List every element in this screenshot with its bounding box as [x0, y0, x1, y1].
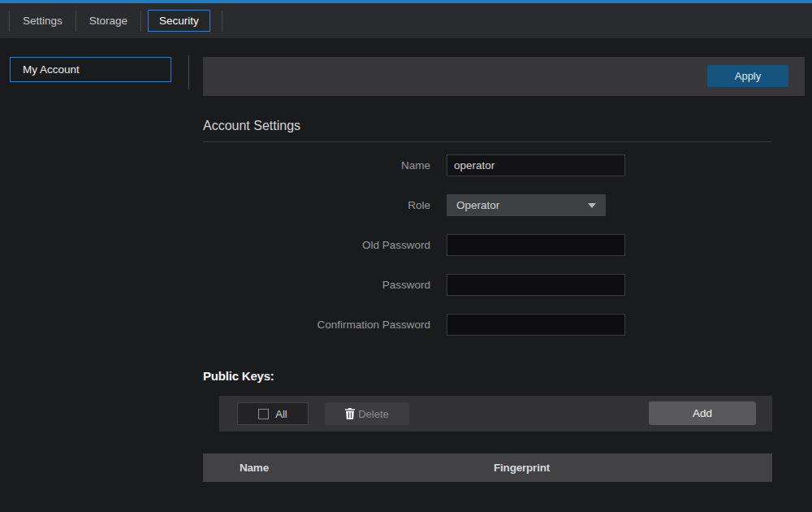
- account-settings-title: Account Settings: [203, 119, 300, 133]
- role-select[interactable]: Operator: [447, 194, 606, 216]
- name-label: Name: [203, 154, 430, 176]
- add-button[interactable]: Add: [649, 401, 756, 425]
- delete-button[interactable]: Delete: [325, 402, 409, 425]
- chevron-down-icon: [588, 203, 596, 208]
- select-all-button[interactable]: All: [237, 402, 309, 425]
- role-select-value: Operator: [456, 199, 499, 211]
- trash-icon: [345, 408, 355, 419]
- apply-button[interactable]: Apply: [707, 65, 788, 87]
- password-input[interactable]: [447, 274, 625, 296]
- public-keys-toolbar: All Delete Add: [219, 396, 772, 432]
- old-password-label: Old Password: [203, 234, 430, 256]
- confirmation-password-input[interactable]: [447, 314, 625, 336]
- select-all-checkbox[interactable]: [258, 409, 269, 419]
- name-row: Name: [203, 154, 625, 176]
- old-password-input[interactable]: [447, 234, 625, 256]
- tab-settings[interactable]: Settings: [10, 3, 76, 38]
- public-keys-table-header: Name Fingerprint: [203, 453, 772, 482]
- confirmation-password-row: Confirmation Password: [203, 314, 625, 336]
- apply-toolbar: Apply: [203, 57, 805, 96]
- confirmation-password-label: Confirmation Password: [203, 314, 430, 336]
- top-tab-bar: Settings Storage Security: [0, 3, 812, 38]
- name-input[interactable]: [447, 154, 625, 176]
- security-settings-page: Settings Storage Security My Account App…: [0, 0, 812, 512]
- tab-storage[interactable]: Storage: [76, 3, 140, 38]
- sidebar-content-divider: [188, 55, 189, 89]
- section-divider: [203, 141, 771, 142]
- select-all-label: All: [275, 408, 287, 420]
- role-row: Role Operator: [203, 194, 625, 216]
- tab-separator: [140, 11, 141, 32]
- old-password-row: Old Password: [203, 234, 625, 256]
- tab-security[interactable]: Security: [148, 10, 210, 32]
- password-label: Password: [203, 274, 430, 296]
- public-keys-title: Public Keys:: [203, 369, 274, 383]
- column-header-fingerprint: Fingerprint: [494, 453, 550, 482]
- role-label: Role: [203, 194, 430, 216]
- delete-button-label: Delete: [358, 408, 389, 420]
- sidebar-item-my-account[interactable]: My Account: [10, 57, 171, 82]
- tab-separator: [222, 11, 222, 32]
- password-row: Password: [203, 274, 625, 296]
- column-header-name: Name: [240, 453, 269, 482]
